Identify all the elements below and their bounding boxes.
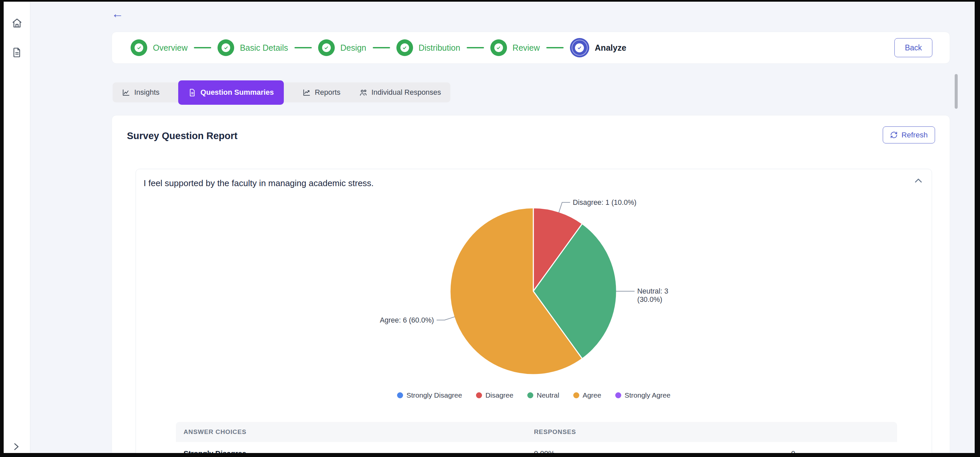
stepper-card: Overview Basic Details Design Distributi…	[111, 32, 950, 64]
step-label: Basic Details	[240, 43, 288, 53]
legend-dot	[615, 392, 621, 398]
step-overview[interactable]: Overview	[130, 39, 188, 56]
main-content: ← Overview Basic Details Design	[30, 2, 975, 453]
legend-label: Strongly Agree	[625, 391, 671, 399]
step-complete-icon	[396, 39, 413, 56]
callout-line	[559, 203, 570, 213]
step-label: Overview	[153, 43, 188, 53]
step-complete-icon	[490, 39, 507, 56]
header-responses: RESPONSES	[534, 428, 791, 436]
back-button[interactable]: Back	[894, 38, 932, 58]
check-icon	[402, 45, 407, 50]
step-label: Design	[340, 43, 366, 53]
scrollbar-thumb[interactable]	[955, 74, 958, 109]
responses-table: ANSWER CHOICES RESPONSES Strongly Disagr…	[176, 422, 897, 453]
question-card: I feel supported by the faculty in manag…	[135, 169, 932, 453]
legend-dot	[527, 392, 533, 398]
document-icon	[188, 88, 197, 97]
tab-label: Individual Responses	[371, 88, 441, 97]
pie-chart: Disagree: 1 (10.0%)Neutral: 3(30.0%)Agre…	[364, 198, 697, 382]
legend-item: Neutral	[527, 391, 559, 399]
tab-insights[interactable]: Insights	[122, 88, 159, 97]
page-title: Survey Question Report	[127, 130, 237, 141]
legend-dot	[397, 392, 403, 398]
users-icon	[359, 88, 368, 97]
stepper-connector	[467, 47, 484, 48]
step-label: Analyze	[595, 43, 626, 53]
sidebar-expand-chevron-icon[interactable]	[11, 442, 21, 453]
step-label: Review	[513, 43, 540, 53]
app-window: ← Overview Basic Details Design	[4, 2, 975, 453]
step-basic-details[interactable]: Basic Details	[218, 39, 288, 56]
refresh-button[interactable]: Refresh	[883, 126, 935, 144]
screenshot-frame: ← Overview Basic Details Design	[0, 0, 980, 457]
callout-label: Neutral: 3(30.0%)	[637, 287, 668, 304]
refresh-icon	[890, 131, 898, 139]
legend-label: Neutral	[537, 391, 559, 399]
tab-bar: Insights Question Summaries Reports Indi…	[113, 82, 450, 102]
legend-dot	[573, 392, 579, 398]
legend-item: Strongly Disagree	[397, 391, 462, 399]
tab-question-summaries[interactable]: Question Summaries	[178, 80, 284, 105]
question-title: I feel supported by the faculty in manag…	[143, 178, 374, 189]
step-complete-icon	[130, 39, 147, 56]
tab-label: Insights	[134, 88, 159, 97]
refresh-label: Refresh	[901, 131, 928, 139]
step-current-icon	[570, 38, 589, 58]
stepper-connector	[294, 47, 312, 48]
step-complete-icon	[318, 39, 335, 56]
chevron-up-icon[interactable]	[913, 176, 923, 187]
table-row: Strongly Disagree 0.00% 0	[176, 442, 897, 453]
stepper-connector	[194, 47, 211, 48]
tab-label: Reports	[315, 88, 340, 97]
callout-label: Agree: 6 (60.0%)	[380, 316, 434, 324]
row-choice: Strongly Disagree	[176, 449, 534, 453]
step-label: Distribution	[419, 43, 460, 53]
check-icon	[137, 45, 142, 50]
row-count: 0	[791, 449, 897, 453]
step-analyze[interactable]: Analyze	[570, 38, 626, 58]
document-icon[interactable]	[10, 46, 24, 59]
chart-legend: Strongly Disagree Disagree Neutral Agree…	[136, 391, 932, 399]
callout-label: Disagree: 1 (10.0%)	[573, 198, 636, 206]
legend-label: Disagree	[485, 391, 513, 399]
header-answer-choices: ANSWER CHOICES	[176, 428, 534, 436]
back-arrow-icon[interactable]: ←	[111, 8, 124, 20]
stepper-connector	[373, 47, 390, 48]
callout-line	[437, 317, 455, 320]
sidebar	[4, 2, 30, 453]
survey-report-card: Survey Question Report Refresh I feel su…	[111, 115, 950, 453]
stepper-steps: Overview Basic Details Design Distributi…	[112, 32, 950, 63]
check-icon	[224, 45, 229, 50]
tab-individual-responses[interactable]: Individual Responses	[359, 88, 441, 97]
tab-label: Question Summaries	[200, 88, 274, 97]
legend-label: Strongly Disagree	[406, 391, 462, 399]
check-icon	[496, 45, 501, 50]
tab-reports[interactable]: Reports	[302, 88, 340, 97]
legend-item: Disagree	[476, 391, 513, 399]
check-icon	[324, 45, 329, 50]
legend-item: Strongly Agree	[615, 391, 671, 399]
legend-label: Agree	[582, 391, 601, 399]
trending-chart-icon	[302, 88, 311, 97]
legend-item: Agree	[573, 391, 601, 399]
check-icon	[577, 45, 582, 50]
line-chart-icon	[122, 88, 130, 97]
stepper-connector	[546, 47, 564, 48]
step-complete-icon	[218, 39, 234, 56]
step-review[interactable]: Review	[490, 39, 540, 56]
step-distribution[interactable]: Distribution	[396, 39, 460, 56]
home-icon[interactable]	[10, 16, 24, 30]
row-percent: 0.00%	[534, 449, 791, 453]
legend-dot	[476, 392, 482, 398]
table-header: ANSWER CHOICES RESPONSES	[176, 422, 897, 442]
step-design[interactable]: Design	[318, 39, 366, 56]
